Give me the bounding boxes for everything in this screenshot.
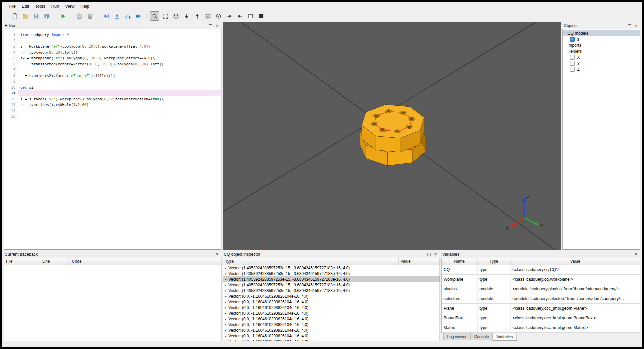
menu-file[interactable]: File [6, 3, 19, 10]
editor-close-button[interactable]: × [215, 23, 219, 28]
delete-button[interactable] [85, 11, 95, 21]
code-line[interactable]: 2 [4, 38, 221, 44]
expand-arrow-icon[interactable]: ▸ [223, 334, 228, 338]
menu-run[interactable]: Run [48, 3, 62, 10]
3d-viewport[interactable]: X Y Z [223, 22, 561, 250]
code-line[interactable]: 1from cadquery import * [4, 32, 221, 38]
checkbox-s[interactable]: ✓ [570, 37, 575, 42]
traceback-close-button[interactable]: × [215, 252, 219, 257]
inspector-row[interactable]: ▸Vector: (0.0, -1.1604610293826104e-16, … [223, 316, 440, 322]
inspector-row[interactable]: ▸Vector: (0.0, -1.1604610293826104e-16, … [223, 322, 440, 327]
debug-step-button[interactable] [102, 11, 111, 21]
view-right-button[interactable] [235, 11, 244, 21]
editor-code[interactable]: 1from cadquery import *23s = Workplane("… [4, 29, 221, 250]
code-line[interactable]: 10del s2 [4, 85, 221, 91]
tab-console[interactable]: Console [470, 333, 493, 340]
code-line[interactable]: 3s = Workplane("XY").polygon(8, 20.0).wo… [4, 44, 221, 50]
expand-arrow-icon[interactable]: ▸ [223, 278, 228, 281]
save-as-button[interactable] [42, 11, 51, 21]
code-line[interactable]: 6····.transformed(rotate=Vector(0, 0, 15… [4, 61, 221, 67]
inspector-undock-button[interactable] [427, 252, 431, 257]
editor-undock-button[interactable] [208, 23, 213, 28]
debug-step-over-button[interactable] [123, 11, 132, 21]
new-file-button[interactable] [10, 11, 19, 21]
tree-item-s[interactable]: ✓s [563, 36, 640, 42]
code-line[interactable]: 8s = s.union(s2).faces('>Z or <Z').fille… [4, 73, 221, 79]
checkbox-y[interactable] [570, 61, 575, 66]
inspector-row[interactable]: ▸Vector: (1.4053924288597253e-15, -3.680… [223, 288, 440, 293]
code-line[interactable]: 11 [4, 90, 221, 96]
column-header-name[interactable]: Name [442, 258, 478, 265]
expand-arrow-icon[interactable]: ▸ [223, 317, 228, 321]
code-line[interactable]: 4····.polygon(8, 20).loft() [4, 50, 221, 56]
iso-view-button[interactable] [171, 11, 180, 21]
zoom-button[interactable] [150, 11, 159, 21]
view-front-button[interactable] [182, 11, 191, 21]
menu-edit[interactable]: Edit [19, 3, 32, 10]
tree-item-helpers[interactable]: Helpers [563, 48, 640, 54]
debug-continue-button[interactable] [134, 11, 143, 21]
inspector-row[interactable]: ▸Vector: (0.0, -1.1604610293826104e-16, … [223, 310, 440, 316]
expand-arrow-icon[interactable]: ▸ [223, 329, 228, 332]
code-line[interactable]: 15 [4, 114, 221, 120]
debug-step-in-button[interactable] [112, 11, 122, 21]
expand-arrow-icon[interactable]: ▸ [223, 323, 228, 326]
variable-row[interactable]: pluginsmodule<module 'cadquery.plugins' … [442, 284, 640, 294]
column-header-value[interactable]: Value [510, 258, 640, 265]
expand-arrow-icon[interactable]: ▸ [223, 295, 228, 298]
code-line[interactable]: 5s2 = Workplane("XY").polygon(8, 20.0).w… [4, 55, 221, 61]
variables-close-button[interactable]: × [634, 252, 638, 257]
expand-arrow-icon[interactable]: ▸ [223, 289, 228, 292]
view-back-button[interactable] [192, 11, 202, 21]
expand-arrow-icon[interactable]: ▸ [223, 340, 228, 341]
tab-variables[interactable]: Variables [492, 333, 517, 341]
tree-item-y[interactable]: Y [563, 60, 640, 66]
expand-arrow-icon[interactable]: ▸ [223, 306, 228, 309]
code-line[interactable]: 13····.vertices().cskHole(1,2,60) [4, 102, 221, 108]
traceback-undock-button[interactable] [208, 252, 213, 257]
column-header-type[interactable]: Type [223, 258, 399, 265]
column-header-type[interactable]: Type [478, 258, 510, 265]
expand-arrow-icon[interactable]: ▸ [223, 283, 228, 287]
code-line[interactable]: 7 [4, 67, 221, 73]
render-button[interactable] [58, 11, 68, 21]
inspector-close-button[interactable]: × [433, 252, 438, 257]
wireframe-button[interactable] [246, 11, 255, 21]
objects-close-button[interactable]: × [634, 23, 638, 28]
expand-arrow-icon[interactable]: ▸ [223, 272, 228, 275]
code-line[interactable]: 14 [4, 108, 221, 114]
column-header-value[interactable]: Value [399, 258, 440, 265]
expand-arrow-icon[interactable]: ▸ [223, 312, 228, 315]
code-line[interactable]: 12s = s.faces('>Z').workplane().polygon(… [4, 96, 221, 102]
variable-row[interactable]: CQtype<class 'cadquery.cq.CQ'> [442, 265, 640, 275]
save-button[interactable] [31, 11, 41, 21]
variable-row[interactable]: Planetype<class 'cadquery.occ_impl.geom.… [442, 304, 640, 313]
checkbox-x[interactable] [570, 55, 575, 60]
variable-row[interactable]: Matrixtype<class 'cadquery.occ_impl.geom… [442, 323, 640, 333]
menu-help[interactable]: Help [78, 3, 93, 10]
toolbar-handle[interactable] [5, 13, 7, 19]
shaded-button[interactable] [256, 11, 266, 21]
variables-undock-button[interactable] [627, 252, 632, 257]
variable-row[interactable]: BoundBoxtype<class 'cadquery.occ_impl.ge… [442, 313, 640, 323]
view-top-button[interactable] [203, 11, 212, 21]
inspector-row[interactable]: ▸Vector: (1.4053924288597253e-15, -3.680… [223, 265, 440, 271]
inspector-row[interactable]: ▸Vector: (0.0, -1.1604610293826104e-16, … [223, 333, 440, 339]
view-left-button[interactable] [224, 11, 234, 21]
fit-view-button[interactable] [161, 11, 170, 21]
inspector-row[interactable]: ▸Vector: (0.0, -1.1604610293826104e-16, … [223, 293, 440, 299]
checkbox-z[interactable] [570, 67, 575, 72]
view-bottom-button[interactable] [214, 11, 223, 21]
expand-arrow-icon[interactable]: ▸ [223, 266, 228, 270]
column-header-code[interactable]: Code [70, 258, 221, 265]
tree-item-x[interactable]: X [563, 54, 640, 60]
objects-tree[interactable]: CQ models✓sImportsHelpersXYZ [562, 29, 640, 250]
column-header-line[interactable]: Line [40, 258, 70, 265]
tree-item-imports[interactable]: Imports [563, 42, 640, 48]
tree-item-z[interactable]: Z [563, 66, 640, 72]
inspector-row[interactable]: ▸Vector: (1.4053924288597253e-15, -3.680… [223, 276, 440, 282]
variable-row[interactable]: selectorsmodule<module 'cadquery.selecto… [442, 294, 640, 304]
inspector-row[interactable]: ▸Vector: (0.0, -1.1604610293826104e-16, … [223, 339, 440, 341]
open-file-button[interactable] [21, 11, 30, 21]
objects-undock-button[interactable] [627, 23, 632, 28]
